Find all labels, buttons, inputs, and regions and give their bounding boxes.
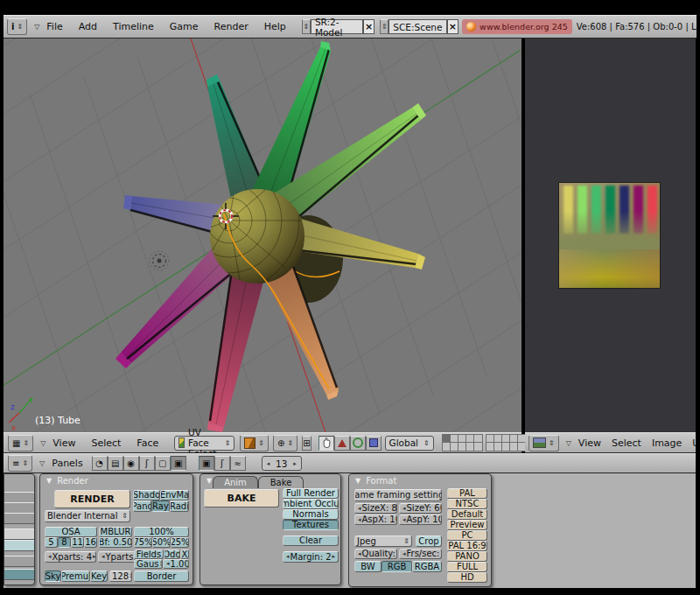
menu-game[interactable]: Game [170,21,199,32]
size-50-button[interactable]: 50% [152,537,171,548]
format-panel-header[interactable]: ▼ Format [349,474,491,487]
textures-toggle[interactable]: Textures [283,520,339,530]
clipped-button[interactable] [4,569,35,580]
orientation-dropdown[interactable]: Global ⇕ [385,436,434,451]
layer-toggle[interactable] [473,442,483,452]
render-subcontext-button[interactable]: ▣ [199,456,214,471]
manipulator-hand-button[interactable] [318,436,334,451]
screen-close-icon[interactable]: × [363,19,374,34]
screen-browse-button[interactable]: ⇕ [302,19,311,34]
osa-5-button[interactable]: 5 [45,537,58,548]
uv-image-editor[interactable] [525,38,696,432]
editor-type-button[interactable]: ⇕ [528,435,559,452]
pivot-button[interactable]: ⊕ ⇕ [273,435,298,452]
clipped-button[interactable] [4,528,35,540]
manipulator-scale-button[interactable] [366,436,382,451]
shadow-toggle[interactable]: Shado [133,490,160,500]
osa-11-button[interactable]: 11 [71,537,84,548]
preset-hd-button[interactable]: HD [447,572,487,583]
filter-dropdown[interactable]: Gaus ⇕ [134,559,163,569]
right-arrow-icon[interactable]: ▸ [332,554,337,560]
left-arrow-icon[interactable]: ◂ [266,460,271,467]
script-context-button[interactable]: ▤ [108,456,123,471]
size-75-button[interactable]: 75% [134,537,152,548]
draw-type-button[interactable]: ⇕ [240,435,269,452]
menu-render[interactable]: Render [214,21,248,32]
clear-button[interactable]: Clear [283,536,339,546]
render-button[interactable]: RENDER [54,490,130,508]
sky-toggle[interactable]: Sky [45,570,61,582]
envmap-toggle[interactable]: EnvMa [160,490,189,500]
editor-type-button[interactable]: ▦ ⇕ [8,435,33,452]
quality-slider[interactable]: ◂ Quality: 90 ▸ [354,549,397,559]
version-badge[interactable]: www.blender.org 245 [462,19,572,34]
preset-ntsc-button[interactable]: NTSC [447,499,487,509]
manipulator-rotate-button[interactable] [350,436,366,451]
editing-context-button[interactable]: ▢ [155,456,171,471]
collapse-arrow-icon[interactable]: ▽ [34,23,39,31]
border-toggle[interactable]: Border [134,570,189,582]
editor-type-button[interactable]: i ⇕ [7,18,27,35]
lamp-icon[interactable] [150,251,169,270]
collapse-arrow-icon[interactable]: ▽ [39,459,45,467]
clipped-button[interactable] [4,540,35,551]
crop-toggle[interactable]: Crop [416,536,442,547]
preset-pal-button[interactable]: PAL [447,488,487,499]
editor-type-button[interactable]: ≡ ⇕ [8,455,32,472]
game-framing-button[interactable]: Game framing settings [354,489,442,501]
size-25-button[interactable]: 25% [171,537,189,548]
xparts-slider[interactable]: ◂ Xparts: 4 ▸ [45,551,96,563]
normals-toggle[interactable]: Normals [283,509,339,520]
object-context-button[interactable]: ʃ [139,456,155,471]
tab-bake[interactable]: Bake [258,476,304,488]
preset-preview-button[interactable]: Preview [447,520,487,530]
menu-help[interactable]: Help [264,21,286,32]
blur-factor-field[interactable]: Bf: 0.50 [99,537,132,548]
menu-face[interactable]: Face [136,438,158,449]
viewport-3d[interactable]: z x (13) Tube [4,38,522,432]
preset-pal169-button[interactable]: PAL 16:9 [447,541,487,551]
menu-select[interactable]: Select [612,438,641,449]
odd-toggle[interactable]: Odd [164,550,180,559]
menu-file[interactable]: File [46,21,62,32]
fps-slider[interactable]: ◂ Frs/sec: 25 ▸ [399,549,442,559]
collapse-arrow-icon[interactable]: ▽ [566,439,571,447]
rgba-toggle[interactable]: RGBA [412,561,442,572]
anim-subcontext-button[interactable]: ʃ [214,456,230,471]
shading-context-button[interactable]: ◉ [123,456,139,471]
manipulator-translate-button[interactable] [334,436,350,451]
osa-16-button[interactable]: 16 [84,537,97,548]
sizex-slider[interactable]: ◂ SizeX: 800 ▸ [354,503,397,514]
radio-toggle[interactable]: Radi [170,500,189,512]
octree-dropdown[interactable]: 128 ⇕ [109,570,132,582]
scene-name-field[interactable]: SCE:Scene [388,19,447,34]
frame-number-field[interactable]: ◂ 13 ▸ [262,456,302,471]
preset-pano-button[interactable]: PANO [447,551,487,562]
scene-context-button[interactable]: ▣ [171,456,186,471]
tab-anim[interactable]: Anim [213,476,258,488]
mode-dropdown[interactable]: UV Face Select ⇕ [174,436,234,451]
premul-toggle[interactable]: Premul [61,570,90,582]
screen-name-field[interactable]: SR:2-Model [311,19,363,34]
full-render-toggle[interactable]: Full Render [283,488,339,499]
rgb-toggle[interactable]: RGB [382,561,412,572]
key-toggle[interactable]: Key [90,570,108,582]
preset-pc-button[interactable]: PC [447,530,487,541]
clipped-button[interactable] [4,513,35,524]
mblur-toggle[interactable]: MBLUR [99,527,132,537]
scene-close-icon[interactable]: × [447,19,458,34]
right-arrow-icon[interactable]: ▸ [92,554,96,560]
size-100-button[interactable]: 100% [134,527,189,537]
menu-image[interactable]: Image [652,438,682,449]
menu-uvs[interactable]: UVs [692,438,696,449]
sound-subcontext-button[interactable]: ≈ [230,456,246,471]
menu-view[interactable]: View [578,438,601,449]
osa-toggle[interactable]: OSA [45,527,97,537]
preset-default-button[interactable]: Default [447,509,487,520]
aspy-slider[interactable]: ◂ AspY: 100 ▸ [399,514,442,525]
menu-view[interactable]: View [52,438,75,449]
logic-context-button[interactable]: ◔ [92,456,108,471]
proportional-edit-button[interactable]: ⊞ [302,436,311,451]
filter-size-slider[interactable]: ◂ 1.00 ▸ [163,559,189,569]
render-engine-dropdown[interactable]: Blender Internal ⇕ [45,510,130,522]
